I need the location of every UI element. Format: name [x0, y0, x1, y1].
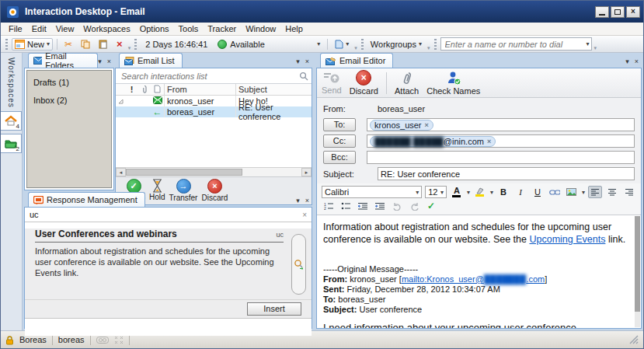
- underline-button[interactable]: U: [531, 186, 545, 198]
- toolbar-grip[interactable]: [434, 39, 437, 50]
- interactions-search-input[interactable]: [121, 72, 299, 81]
- toolbar-grip[interactable]: [5, 39, 8, 50]
- scroll-right-icon[interactable]: ►: [301, 168, 312, 176]
- toolbar-overflow-icon[interactable]: ▾: [354, 45, 357, 52]
- tab-response-management[interactable]: Response Management: [28, 192, 145, 207]
- cc-button[interactable]: Cc:: [323, 134, 356, 148]
- menu-tracker[interactable]: Tracker: [203, 23, 241, 34]
- insert-image-button[interactable]: [565, 186, 579, 198]
- to-button[interactable]: To:: [323, 118, 356, 131]
- bullet-list-button[interactable]: [339, 200, 353, 212]
- bold-button[interactable]: B: [496, 186, 510, 198]
- menu-window[interactable]: Window: [241, 23, 280, 34]
- document-tool-button[interactable]: ▾: [332, 38, 352, 51]
- panel-menu-icon[interactable]: ▾: [625, 58, 629, 65]
- decrease-indent-button[interactable]: [356, 200, 370, 212]
- send-button[interactable]: Send: [322, 71, 342, 95]
- font-color-button[interactable]: A: [450, 186, 464, 198]
- resize-grip[interactable]: [629, 335, 639, 344]
- toolbar-grip[interactable]: [134, 39, 137, 50]
- minimize-button[interactable]: [595, 6, 609, 18]
- column-subject[interactable]: Subject: [235, 84, 312, 95]
- cut-button[interactable]: ✂: [61, 38, 75, 51]
- dial-input[interactable]: [445, 40, 587, 49]
- response-preview-button[interactable]: [291, 234, 306, 295]
- menu-workspaces[interactable]: Workspaces: [78, 23, 134, 34]
- menu-file[interactable]: File: [4, 23, 27, 34]
- folder-drafts[interactable]: Drafts (1): [33, 78, 105, 87]
- panel-close-icon[interactable]: ×: [305, 197, 309, 204]
- tab-email-folders[interactable]: Email Folders: [28, 53, 98, 68]
- highlight-dropdown-icon[interactable]: ▾: [490, 189, 493, 196]
- panel-menu-icon[interactable]: ▾: [296, 58, 300, 65]
- scroll-thumb[interactable]: [126, 169, 242, 176]
- email-list-hscrollbar[interactable]: ◄ ►: [116, 167, 312, 176]
- menu-view[interactable]: View: [51, 23, 79, 34]
- close-button[interactable]: ×: [626, 6, 640, 18]
- increase-indent-button[interactable]: [373, 200, 387, 212]
- chip-remove-icon[interactable]: ×: [425, 121, 429, 129]
- highlight-button[interactable]: [473, 186, 487, 198]
- attach-button[interactable]: Attach: [395, 71, 419, 96]
- undo-button[interactable]: [390, 200, 404, 212]
- align-right-button[interactable]: [622, 186, 636, 198]
- scroll-thumb[interactable]: [635, 216, 640, 312]
- toolbar-grip[interactable]: [361, 39, 364, 50]
- numbered-list-button[interactable]: 12: [322, 200, 336, 212]
- delete-button[interactable]: ×: [113, 37, 126, 51]
- bcc-button[interactable]: Bcc:: [323, 151, 356, 164]
- response-result-card[interactable]: User Conferences and webinars uc Informa…: [35, 229, 284, 278]
- new-button[interactable]: New ▾: [12, 38, 53, 51]
- upcoming-events-link[interactable]: Upcoming Events: [529, 234, 605, 245]
- cc-field[interactable]: ██████ █████@inin.com ×: [367, 134, 635, 148]
- tab-email-list[interactable]: Email List: [119, 53, 183, 68]
- cc-chip[interactable]: ██████ █████@inin.com ×: [370, 136, 496, 147]
- font-size-select[interactable]: 12 ▾: [425, 186, 447, 198]
- italic-button[interactable]: I: [513, 186, 527, 198]
- align-center-button[interactable]: [605, 186, 619, 198]
- toolbar-overflow-icon[interactable]: ▾: [427, 45, 430, 52]
- recipient-chip[interactable]: kronos_user ×: [370, 120, 433, 131]
- copy-button[interactable]: [78, 38, 93, 51]
- expander-icon[interactable]: [118, 99, 124, 104]
- panel-menu-icon[interactable]: ▾: [296, 197, 300, 204]
- camera-icon[interactable]: [96, 336, 109, 344]
- column-urgent[interactable]: !: [126, 85, 138, 94]
- menu-options[interactable]: Options: [135, 23, 174, 34]
- discard-email-button[interactable]: × Discard: [350, 70, 378, 96]
- subject-input[interactable]: [381, 169, 632, 179]
- panel-close-icon[interactable]: ×: [107, 58, 111, 65]
- scroll-left-icon[interactable]: ◄: [116, 168, 126, 176]
- align-left-button[interactable]: [588, 186, 602, 198]
- check-names-button[interactable]: Check Names: [426, 71, 480, 96]
- rail-tab-home[interactable]: 4: [1, 111, 22, 131]
- toolbar-overflow-icon[interactable]: ▾: [594, 45, 597, 52]
- folder-inbox[interactable]: Inbox (2): [33, 96, 105, 105]
- hyperlink-button[interactable]: [548, 186, 562, 198]
- panel-close-icon[interactable]: ×: [305, 58, 309, 65]
- rail-tab-email[interactable]: 2: [1, 134, 22, 153]
- redo-button[interactable]: [407, 200, 421, 212]
- column-type[interactable]: [151, 85, 164, 95]
- panel-menu-icon[interactable]: ▾: [98, 58, 102, 65]
- clear-search-icon[interactable]: ×: [302, 211, 307, 219]
- font-family-select[interactable]: Calibri ▾: [322, 186, 422, 198]
- mailto-link[interactable]: mailto:Kronos_user@███████.com: [402, 274, 545, 284]
- bcc-field[interactable]: [367, 151, 635, 164]
- font-color-dropdown-icon[interactable]: ▾: [467, 189, 470, 196]
- chip-remove-icon[interactable]: ×: [487, 138, 491, 145]
- workgroups-dropdown[interactable]: Workgroups ▾: [367, 38, 425, 51]
- image-dropdown-icon[interactable]: ▾: [582, 189, 585, 196]
- to-field[interactable]: kronos_user ×: [367, 118, 635, 131]
- status-station[interactable]: boreas: [58, 335, 85, 344]
- paste-button[interactable]: [96, 38, 111, 51]
- email-body-vscrollbar[interactable]: [635, 216, 640, 327]
- tab-email-editor[interactable]: Email Editor: [320, 53, 393, 68]
- response-search-input[interactable]: [30, 210, 302, 219]
- my-status-select[interactable]: Available ▾: [214, 38, 323, 51]
- panel-close-icon[interactable]: ×: [635, 58, 639, 65]
- menu-tools[interactable]: Tools: [174, 23, 204, 34]
- expand-arrows-icon[interactable]: [114, 336, 124, 344]
- column-attachment[interactable]: [138, 85, 151, 95]
- email-body[interactable]: Information about registration and sched…: [317, 215, 634, 328]
